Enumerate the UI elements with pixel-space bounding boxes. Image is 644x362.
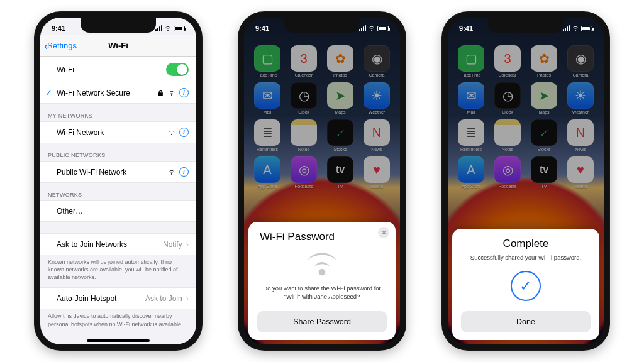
wifi-signal-icon (168, 129, 175, 136)
info-icon[interactable]: i (179, 128, 189, 137)
connected-network-row[interactable]: ✓ Wi-Fi Network Secure 🔒︎ i (40, 82, 196, 104)
auto-join-hotspot-row[interactable]: Auto-Join Hotspot Ask to Join › (40, 287, 196, 309)
nav-bar: ‹ Settings Wi-Fi (40, 35, 196, 57)
section-header-my-networks: MY NETWORKS (40, 104, 196, 121)
battery-icon (174, 26, 185, 31)
device-notch (488, 18, 564, 33)
network-name: Wi-Fi Network (57, 128, 104, 137)
device-notch (80, 18, 156, 33)
other-network-row[interactable]: Other… (40, 200, 196, 222)
status-time: 9:41 (459, 25, 473, 32)
share-password-sheet: ✕ Wi-Fi Password Do you want to share th… (248, 222, 396, 340)
back-button[interactable]: ‹ Settings (44, 40, 77, 52)
complete-sheet: Complete Successfully shared your Wi-Fi … (452, 229, 599, 340)
section-header-networks: NETWORKS (40, 183, 196, 200)
phone-share-complete: 9:41 ▢FaceTime3Calendar✿Photos◉Camera✉︎M… (441, 11, 610, 351)
device-notch (284, 18, 360, 33)
cellular-signal-icon (359, 25, 366, 31)
wifi-status-icon (572, 25, 579, 31)
wifi-icon (257, 247, 387, 281)
connected-network-name: Wi-Fi Network Secure (57, 89, 130, 97)
battery-icon (377, 26, 389, 31)
auto-join-footer: Allow this device to automatically disco… (40, 309, 196, 329)
sheet-title: Wi-Fi Password (257, 231, 387, 243)
wifi-status-icon (164, 25, 172, 31)
status-time: 9:41 (255, 25, 269, 32)
phone-share-prompt: 9:41 ▢FaceTime3Calendar✿Photos◉Camera✉︎M… (238, 11, 406, 351)
auto-join-value: Ask to Join (145, 294, 182, 303)
battery-icon (581, 26, 592, 31)
ask-to-join-row[interactable]: Ask to Join Networks Notify › (40, 233, 196, 255)
auto-join-label: Auto-Join Hotspot (57, 294, 116, 303)
info-icon[interactable]: i (179, 167, 189, 177)
wifi-toggle-switch[interactable] (166, 63, 189, 76)
wifi-status-icon (368, 25, 375, 31)
cellular-signal-icon (563, 25, 570, 31)
phone-wifi-settings: 9:41 ‹ Settings Wi-Fi Wi-Fi ✓ Wi-Fi Netw… (34, 11, 203, 351)
wifi-toggle-label: Wi-Fi (57, 65, 74, 74)
sheet-body: Do you want to share the Wi-Fi password … (257, 285, 387, 301)
my-network-row[interactable]: Wi-Fi Network i (40, 121, 196, 143)
status-time: 9:41 (52, 25, 65, 32)
chevron-right-icon: › (186, 293, 189, 303)
chevron-right-icon: › (186, 239, 189, 249)
sheet-body: Successfully shared your Wi-Fi password. (461, 254, 591, 262)
ask-to-join-label: Ask to Join Networks (57, 240, 127, 249)
success-check-icon: ✓ (511, 271, 541, 301)
network-name: Public Wi-Fi Network (57, 168, 126, 177)
public-network-row[interactable]: Public Wi-Fi Network i (40, 161, 196, 183)
close-button[interactable]: ✕ (378, 227, 389, 238)
section-header-public-networks: PUBLIC NETWORKS (40, 143, 196, 161)
lock-icon: 🔒︎ (157, 89, 164, 97)
other-label: Other… (57, 207, 83, 216)
back-label: Settings (47, 41, 77, 50)
wifi-signal-icon (168, 169, 175, 175)
home-indicator[interactable] (87, 339, 150, 342)
ask-to-join-footer: Known networks will be joined automatica… (40, 255, 196, 282)
checkmark-icon: ✓ (45, 88, 52, 97)
settings-list: Wi-Fi ✓ Wi-Fi Network Secure 🔒︎ i MY NET… (40, 57, 196, 329)
done-button[interactable]: Done (461, 311, 591, 332)
page-title: Wi-Fi (108, 41, 128, 50)
ask-to-join-value: Notify (163, 240, 182, 249)
wifi-toggle-row[interactable]: Wi-Fi (40, 57, 196, 82)
wifi-signal-icon (168, 90, 175, 96)
share-password-button[interactable]: Share Password (257, 311, 387, 332)
cellular-signal-icon (155, 25, 162, 31)
sheet-title: Complete (461, 238, 591, 250)
info-icon[interactable]: i (179, 88, 189, 97)
